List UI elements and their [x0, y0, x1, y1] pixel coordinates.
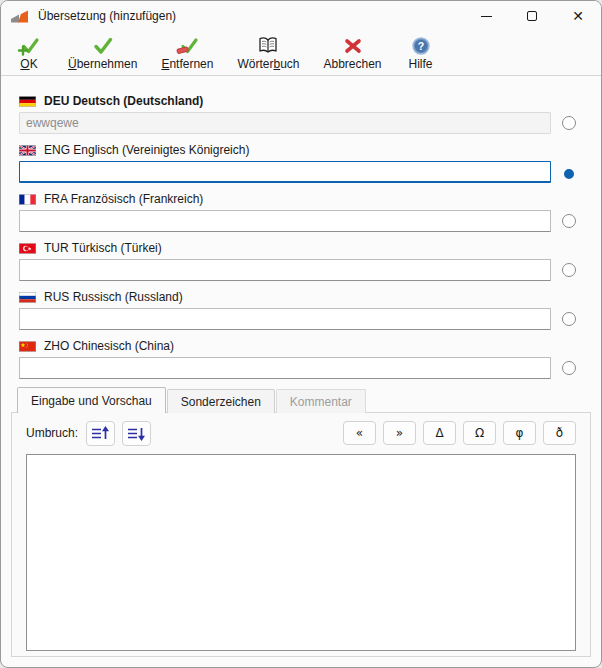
- language-row-zho: ZHO Chinesisch (China): [19, 338, 587, 379]
- translation-input-eng[interactable]: [19, 161, 551, 183]
- cancel-x-icon: [343, 36, 363, 56]
- ok-button[interactable]: OK: [14, 36, 44, 71]
- cancel-button[interactable]: Abbrechen: [324, 36, 382, 71]
- radio-zho[interactable]: [562, 361, 576, 375]
- window-title: Übersetzung (hinzufügen): [38, 9, 176, 23]
- app-icon: [11, 9, 29, 24]
- svg-text:?: ?: [417, 40, 423, 52]
- translation-input-rus[interactable]: [19, 308, 551, 330]
- radio-eng[interactable]: [564, 169, 574, 179]
- ok-check-plus-icon: [17, 36, 41, 56]
- minimize-button[interactable]: [463, 1, 509, 31]
- maximize-button[interactable]: [509, 1, 555, 31]
- apply-label: Übernehmen: [68, 57, 137, 71]
- tab-sonderzeichen[interactable]: Sonderzeichen: [167, 389, 275, 413]
- remove-label: Entfernen: [161, 57, 213, 71]
- tab-kommentar: Kommentar: [276, 389, 366, 413]
- char-phi-button[interactable]: φ: [503, 421, 536, 445]
- language-label-eng: ENG Englisch (Vereinigtes Königreich): [44, 143, 249, 157]
- title-bar: Übersetzung (hinzufügen) ✕: [1, 1, 601, 31]
- tab-area: Eingabe und Vorschau Sonderzeichen Komme…: [11, 387, 591, 657]
- apply-button[interactable]: Übernehmen: [68, 36, 137, 71]
- language-row-tur: TUR Türkisch (Türkei): [19, 240, 587, 281]
- char-guillemet-left-button[interactable]: «: [343, 421, 376, 445]
- language-label-rus: RUS Russisch (Russland): [44, 290, 183, 304]
- remove-button[interactable]: Entfernen: [161, 36, 213, 71]
- radio-fra[interactable]: [562, 214, 576, 228]
- language-row-rus: RUS Russisch (Russland): [19, 289, 587, 330]
- minimize-icon: [481, 16, 492, 17]
- language-label-zho: ZHO Chinesisch (China): [44, 339, 174, 353]
- language-label-fra: FRA Französisch (Frankreich): [44, 192, 203, 206]
- help-icon: ?: [411, 36, 431, 56]
- close-icon: ✕: [572, 9, 584, 23]
- help-label: Hilfe: [409, 57, 433, 71]
- translation-input-tur[interactable]: [19, 259, 551, 281]
- language-row-fra: FRA Französisch (Frankreich): [19, 191, 587, 232]
- language-label-deu: DEU Deutsch (Deutschland): [44, 94, 203, 108]
- tab-panel: Umbruch:: [11, 412, 591, 657]
- dictionary-book-icon: [257, 36, 279, 56]
- char-omega-button[interactable]: Ω: [463, 421, 496, 445]
- language-row-deu: DEU Deutsch (Deutschland): [19, 93, 587, 134]
- cancel-label: Abbrechen: [324, 57, 382, 71]
- char-eth-button[interactable]: ð: [543, 421, 576, 445]
- umbruch-row: Umbruch:: [26, 418, 576, 448]
- translation-input-fra[interactable]: [19, 210, 551, 232]
- language-row-eng: ENG Englisch (Vereinigtes Königreich): [19, 142, 587, 183]
- help-button[interactable]: ? Hilfe: [406, 36, 436, 71]
- flag-eng-icon: [19, 145, 36, 156]
- window-controls: ✕: [463, 1, 601, 31]
- close-button[interactable]: ✕: [555, 1, 601, 31]
- ok-label: OK: [20, 57, 37, 71]
- flag-zho-icon: [19, 341, 36, 352]
- toolbar: OK Übernehmen Entfernen: [1, 31, 601, 76]
- translation-input-zho[interactable]: [19, 357, 551, 379]
- apply-check-icon: [92, 36, 114, 56]
- flag-rus-icon: [19, 292, 36, 303]
- tab-eingabe-und-vorschau[interactable]: Eingabe und Vorschau: [17, 387, 166, 413]
- radio-tur[interactable]: [562, 263, 576, 277]
- dictionary-button[interactable]: Wörterbuch: [237, 36, 299, 71]
- remove-check-minus-icon: [175, 36, 199, 56]
- umbruch-label: Umbruch:: [26, 426, 78, 440]
- dialog-window: Übersetzung (hinzufügen) ✕ OK Über: [0, 0, 602, 668]
- flag-tur-icon: [19, 243, 36, 254]
- break-down-button[interactable]: [122, 421, 151, 446]
- flag-deu-icon: [19, 96, 36, 107]
- flag-fra-icon: [19, 194, 36, 205]
- preview-textarea[interactable]: [26, 454, 576, 651]
- char-delta-button[interactable]: Δ: [423, 421, 456, 445]
- maximize-icon: [527, 11, 537, 21]
- language-label-tur: TUR Türkisch (Türkei): [44, 241, 162, 255]
- translation-input-deu[interactable]: [19, 112, 551, 134]
- dictionary-label: Wörterbuch: [237, 57, 299, 71]
- char-guillemet-right-button[interactable]: »: [383, 421, 416, 445]
- break-up-button[interactable]: [86, 421, 115, 446]
- radio-deu[interactable]: [562, 116, 576, 130]
- radio-rus[interactable]: [562, 312, 576, 326]
- lines-arrow-up-icon: [91, 425, 110, 442]
- tab-strip: Eingabe und Vorschau Sonderzeichen Komme…: [11, 387, 591, 413]
- language-list: DEU Deutsch (Deutschland): [1, 76, 601, 379]
- lines-arrow-down-icon: [127, 425, 146, 442]
